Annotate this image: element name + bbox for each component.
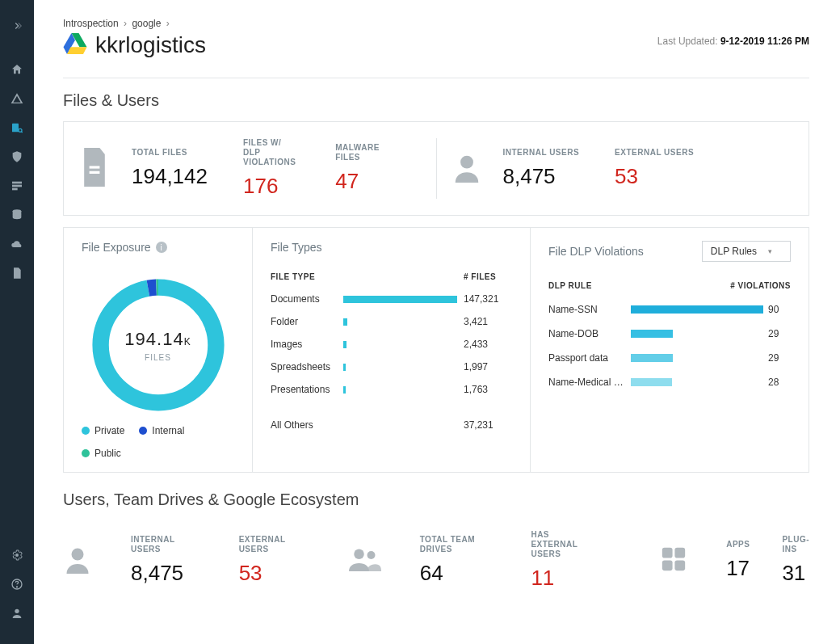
report-icon[interactable] — [0, 171, 34, 200]
metric-malware-files[interactable]: MALWARE FILES 47 — [335, 143, 385, 194]
bar — [631, 330, 763, 338]
dlp-row[interactable]: Name-DOB29 — [548, 322, 791, 346]
alert-icon[interactable] — [0, 84, 34, 113]
metric-external-users2[interactable]: EXTERNAL USERS 53 — [239, 535, 296, 586]
dlp-row[interactable]: Name-Medical C...28 — [548, 370, 791, 394]
donut-value: 194.14K — [124, 329, 191, 350]
svg-point-6 — [15, 554, 19, 557]
svg-point-17 — [354, 549, 364, 559]
metric-dlp-violations[interactable]: FILES W/ DLP VIOLATIONS 176 — [243, 138, 300, 199]
dlp-rule-name: Name-Medical C... — [548, 377, 631, 388]
file-type-count: 1,763 — [464, 384, 512, 395]
sidebar-expand-icon[interactable] — [0, 11, 34, 40]
dlp-rule-name: Passport data — [548, 352, 631, 364]
panel-title: File Exposure — [82, 241, 151, 254]
home-icon[interactable] — [0, 55, 34, 84]
svg-rect-4 — [12, 188, 18, 191]
files-users-metrics-card: TOTAL FILES 194,142 FILES W/ DLP VIOLATI… — [63, 121, 809, 216]
metric-value: 31 — [782, 561, 809, 586]
file-exposure-donut[interactable]: 194.14K FILES — [90, 276, 227, 414]
legend-item[interactable]: Internal — [139, 425, 184, 436]
svg-rect-11 — [90, 170, 100, 173]
metric-internal-users2[interactable]: INTERNAL USERS 8,475 — [131, 535, 186, 586]
file-type-row[interactable]: Images2,433 — [271, 333, 512, 356]
breadcrumb-level2[interactable]: google — [132, 18, 161, 29]
metric-apps[interactable]: APPS 17 — [726, 540, 750, 581]
document-icon[interactable] — [0, 259, 34, 288]
exposure-legend: Private Internal Public — [82, 425, 234, 459]
svg-point-8 — [16, 587, 17, 587]
metric-plugins[interactable]: PLUG-INS 31 — [782, 535, 809, 586]
info-icon[interactable]: i — [156, 242, 167, 253]
svg-rect-21 — [662, 560, 673, 570]
metric-label: EXTERNAL USERS — [239, 535, 296, 554]
legend-item[interactable]: Public — [82, 448, 121, 459]
metric-label: FILES W/ DLP VIOLATIONS — [243, 138, 300, 167]
person-icon — [452, 152, 482, 186]
file-icon — [78, 148, 111, 190]
section-files-users-title: Files & Users — [63, 91, 809, 110]
shield-icon[interactable] — [0, 142, 34, 171]
metric-value: 194,142 — [132, 164, 208, 189]
metric-label: INTERNAL USERS — [503, 148, 580, 158]
metric-team-drives[interactable]: TOTAL TEAM DRIVES 64 — [420, 535, 478, 586]
breadcrumb-root[interactable]: Introspection — [63, 18, 119, 29]
svg-point-12 — [460, 155, 473, 168]
dlp-row[interactable]: Name-SSN90 — [548, 297, 791, 322]
metric-has-external[interactable]: HAS EXTERNAL USERS 11 — [531, 530, 589, 591]
file-type-row[interactable]: Spreadsheets1,997 — [271, 356, 512, 378]
file-type-row[interactable]: Presentations1,763 — [271, 378, 512, 401]
cloud-icon[interactable] — [0, 229, 34, 259]
help-icon[interactable] — [0, 570, 34, 599]
metric-label: TOTAL TEAM DRIVES — [420, 535, 478, 554]
file-type-name: Presentations — [271, 384, 343, 395]
metric-external-users[interactable]: EXTERNAL USERS 53 — [615, 148, 694, 189]
last-updated-label: Last Updated: — [657, 36, 718, 47]
metric-internal-users[interactable]: INTERNAL USERS 8,475 — [503, 148, 580, 189]
dlp-count: 29 — [768, 352, 791, 364]
section-users-drives-title: Users, Team Drives & Google Ecosystem — [63, 490, 809, 509]
file-type-name: All Others — [271, 419, 343, 431]
introspection-icon[interactable] — [0, 113, 34, 142]
apps-grid-icon — [660, 545, 687, 576]
file-type-count: 1,997 — [464, 361, 512, 373]
col-dlp-rule: DLP RULE — [548, 281, 631, 290]
dlp-rules-select[interactable]: DLP Rules ▾ — [702, 241, 791, 262]
bar — [631, 354, 763, 362]
bar — [343, 318, 457, 326]
metric-label: MALWARE FILES — [335, 143, 385, 162]
metric-value: 176 — [243, 174, 300, 199]
file-type-row[interactable]: Documents147,321 — [271, 288, 512, 310]
panels-row: File Exposure i 194.14K FILES Private — [63, 227, 809, 473]
dlp-count: 90 — [768, 304, 791, 315]
svg-rect-0 — [12, 124, 19, 133]
col-violations: # VIOLATIONS — [730, 281, 791, 290]
legend-item[interactable]: Private — [82, 425, 124, 436]
person-icon — [63, 545, 92, 577]
svg-rect-3 — [12, 185, 22, 187]
chevron-right-icon: › — [124, 18, 127, 29]
user-icon[interactable] — [0, 599, 34, 628]
bar — [343, 422, 457, 429]
bar — [343, 341, 457, 348]
bar — [343, 386, 457, 394]
file-type-count: 3,421 — [464, 316, 512, 327]
svg-rect-22 — [675, 560, 686, 570]
divider — [63, 78, 809, 78]
file-type-row[interactable]: Folder3,421 — [271, 310, 512, 333]
metric-value: 64 — [420, 561, 478, 586]
main-content: Introspection › google › kkrlogistics La… — [34, 0, 840, 644]
metric-value: 11 — [531, 566, 589, 591]
svg-rect-2 — [12, 182, 22, 184]
file-type-row[interactable]: All Others37,231 — [271, 414, 512, 436]
panel-title: File Types — [271, 241, 512, 254]
dlp-rule-name: Name-SSN — [548, 304, 631, 315]
settings-icon[interactable] — [0, 541, 34, 570]
metric-total-files[interactable]: TOTAL FILES 194,142 — [132, 148, 208, 189]
database-icon[interactable] — [0, 200, 34, 229]
google-drive-icon — [63, 33, 87, 57]
metric-value: 8,475 — [503, 164, 580, 189]
dlp-row[interactable]: Passport data29 — [548, 346, 791, 370]
last-updated-value: 9-12-2019 11:26 PM — [720, 36, 809, 47]
people-icon — [349, 546, 381, 575]
